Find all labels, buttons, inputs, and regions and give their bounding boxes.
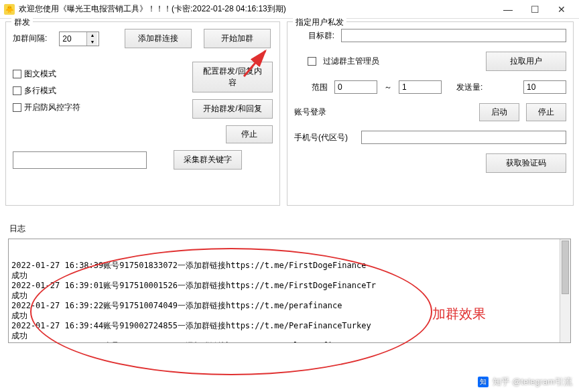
keyword-input[interactable]: [13, 151, 147, 169]
phone-label: 手机号(代区号): [294, 132, 355, 143]
interval-input[interactable]: [60, 32, 86, 46]
filter-admin-checkbox[interactable]: [308, 57, 316, 66]
range-from-input[interactable]: [334, 80, 377, 94]
maximize-button[interactable]: ☐: [521, 1, 548, 17]
log-label: 日志: [9, 223, 571, 235]
range-label: 范围: [294, 82, 328, 93]
send-count-input[interactable]: [523, 80, 566, 94]
filter-admin-label: 过滤群主管理员: [323, 56, 383, 67]
start-join-button[interactable]: 开始加群: [204, 29, 271, 48]
zhihu-icon: 知: [478, 377, 489, 387]
window-buttons: — ☐ ✕: [495, 1, 575, 17]
login-label: 账号登录: [294, 107, 334, 118]
stop-button-right[interactable]: 停止: [526, 103, 566, 121]
start-button-right[interactable]: 启动: [479, 103, 519, 121]
close-button[interactable]: ✕: [548, 1, 575, 17]
log-box[interactable]: 2022-01-27 16:38:39账号917501833072一添加群链接h…: [8, 239, 571, 343]
stop-button-left[interactable]: 停止: [226, 125, 273, 143]
panel-group-send: 群发 加群间隔: ▲▼ 添加群连接 开始加群 图文模式 多行模式: [5, 21, 280, 206]
interval-label: 加群间隔:: [13, 33, 47, 44]
interval-spinner[interactable]: ▲▼: [59, 31, 99, 46]
panel-private-send: 指定用户私发 目标群: 过滤群主管理员 拉取用户 范围 ～ 发送量: 账号登录 …: [287, 21, 574, 206]
multi-mode-label: 多行模式: [24, 85, 56, 96]
collect-button[interactable]: 采集群关键字: [174, 150, 242, 170]
watermark-text: 知乎 @telegram引流: [493, 376, 572, 388]
panel-private-send-title: 指定用户私发: [293, 17, 346, 28]
titlebar: 🐥 欢迎您使用《曝光王电报营销工具》！！！(卡密:2022-01-28 04:1…: [0, 0, 579, 19]
range-to-input[interactable]: [399, 80, 442, 94]
window-title: 欢迎您使用《曝光王电报营销工具》！！！(卡密:2022-01-28 04:16:…: [19, 3, 495, 15]
pull-users-button[interactable]: 拉取用户: [486, 52, 566, 71]
add-link-button[interactable]: 添加群连接: [125, 29, 192, 48]
multi-mode-checkbox[interactable]: [13, 86, 21, 95]
start-send-button[interactable]: 开始群发/和回复: [192, 99, 273, 119]
image-mode-checkbox[interactable]: [13, 70, 21, 78]
panel-group-send-title: 群发: [11, 17, 33, 28]
watermark: 知 知乎 @telegram引流: [478, 376, 572, 388]
scrollbar-thumb[interactable]: [562, 241, 569, 294]
image-mode-label: 图文模式: [24, 68, 56, 80]
log-content: 2022-01-27 16:38:39账号917501833072一添加群链接h…: [11, 261, 568, 343]
log-scrollbar[interactable]: [560, 239, 570, 342]
range-tilde: ～: [384, 82, 392, 93]
config-button[interactable]: 配置群发/回复内容: [192, 62, 273, 92]
spinner-arrows[interactable]: ▲▼: [86, 32, 97, 46]
log-section: 日志 2022-01-27 16:38:39账号917501833072一添加群…: [0, 208, 579, 351]
phone-input[interactable]: [361, 131, 566, 144]
get-code-button[interactable]: 获取验证码: [486, 153, 566, 173]
minimize-button[interactable]: —: [495, 1, 521, 17]
wind-ctrl-label: 开启防风控字符: [24, 102, 80, 113]
target-label: 目标群:: [294, 30, 334, 42]
wind-ctrl-checkbox[interactable]: [13, 103, 21, 112]
send-count-label: 发送量:: [456, 82, 517, 93]
app-icon: 🐥: [4, 4, 15, 15]
target-input[interactable]: [341, 29, 566, 42]
